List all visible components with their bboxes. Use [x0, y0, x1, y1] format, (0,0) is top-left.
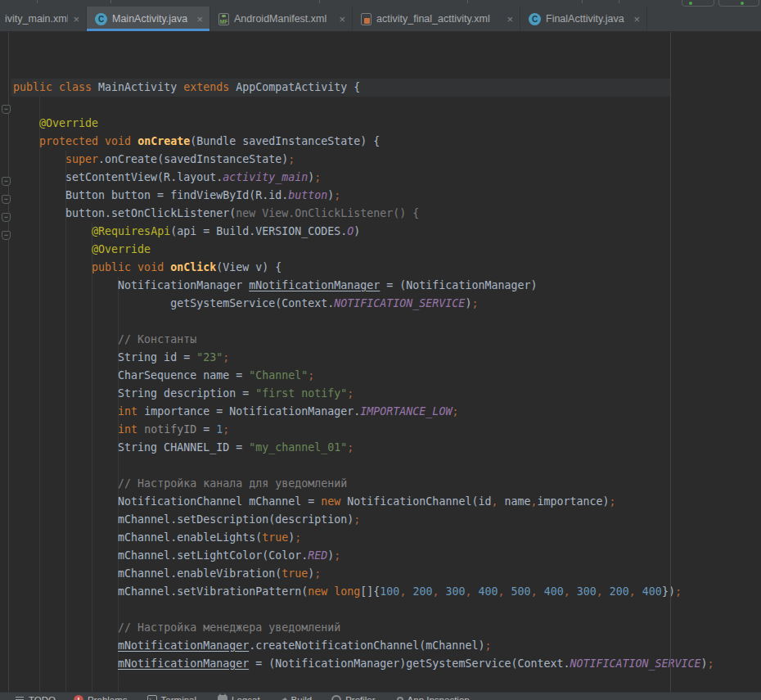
- code-text[interactable]: public class MainActivity extends AppCom…: [13, 79, 714, 700]
- tool-window-bar: TODOProblemsTerminalLogcatBuildProfilerA…: [0, 692, 761, 700]
- code-line: @Override: [13, 115, 714, 133]
- code-line: setContentView(R.layout.activity_main);: [13, 169, 714, 187]
- toolbar-button[interactable]: [682, 0, 714, 7]
- code-line: mChannel.setLightColor(Color.RED);: [13, 547, 714, 565]
- toolbar-tick: [582, 0, 583, 3]
- code-editor[interactable]: public class MainActivity extends AppCom…: [0, 32, 761, 692]
- code-line: [13, 457, 714, 475]
- toolbar-strip: [0, 0, 761, 7]
- code-line: mChannel.setVibrationPattern(new long[]{…: [13, 583, 714, 601]
- tool-window-button-logcat[interactable]: Logcat: [218, 695, 260, 700]
- code-line: @Override: [13, 241, 714, 259]
- code-line: NotificationManager mNotificationManager…: [13, 277, 714, 295]
- todo-icon: [15, 695, 25, 700]
- toolbar-button[interactable]: [718, 0, 759, 7]
- tool-window-button-app-inspection[interactable]: App Inspection: [397, 695, 470, 700]
- tool-window-label: Problems: [88, 695, 128, 700]
- code-line: // Константы: [13, 331, 714, 349]
- close-icon[interactable]: ×: [505, 14, 515, 25]
- tab-label: AndroidManifest.xml: [234, 13, 326, 25]
- tab-label: activity_final_acttivity.xml: [376, 13, 490, 25]
- code-line: CharSequence name = "Channel";: [13, 367, 714, 385]
- tab-mainactivity-java[interactable]: CMainActivity.java×: [87, 7, 210, 31]
- close-icon[interactable]: ×: [195, 14, 205, 25]
- profiler-icon: [331, 695, 341, 700]
- problems-icon: [74, 695, 83, 700]
- right-margin-guide: [670, 32, 671, 692]
- code-line: Button button = findViewById(R.id.button…: [13, 187, 714, 205]
- code-line: // Настройка менеджера уведомлений: [13, 619, 714, 637]
- tab-label: FinalActtivity.java: [546, 13, 624, 25]
- code-line: NotificationChannel mChannel = new Notif…: [13, 493, 714, 511]
- fold-icon[interactable]: −: [2, 105, 11, 114]
- code-line: // Настройка канала для уведомлений: [13, 475, 714, 493]
- toolbar-tick: [619, 0, 619, 3]
- tool-window-button-problems[interactable]: Problems: [74, 695, 128, 700]
- editor-tab-bar: ivity_main.xml×CMainActivity.java×Androi…: [0, 7, 761, 32]
- tool-window-label: Logcat: [232, 695, 260, 700]
- code-line: int importance = NotificationManager.IMP…: [13, 403, 714, 421]
- code-line: mChannel.enableVibration(true);: [13, 565, 714, 583]
- code-line: [13, 97, 714, 115]
- code-line: button.setOnClickListener(new View.OnCli…: [13, 205, 714, 223]
- java-class-icon: C: [95, 13, 107, 25]
- tool-window-label: Build: [291, 695, 313, 700]
- run-status-dot: [689, 2, 692, 5]
- close-icon[interactable]: ×: [632, 14, 642, 25]
- tool-window-label: Profiler: [345, 695, 375, 700]
- tool-window-button-todo[interactable]: TODO: [15, 695, 56, 700]
- xml-file-icon: [361, 13, 371, 25]
- code-line: @RequiresApi(api = Build.VERSION_CODES.O…: [13, 223, 714, 241]
- run-status-dot: [741, 2, 744, 5]
- code-line: int notifyID = 1;: [13, 421, 714, 439]
- tool-window-label: Terminal: [161, 695, 196, 700]
- tab-label: ivity_main.xml: [5, 13, 68, 25]
- gutter-fold-line: [8, 32, 9, 692]
- code-line: mNotificationManager = (NotificationMana…: [13, 655, 714, 673]
- toolbar-tick: [319, 0, 320, 3]
- fold-icon[interactable]: −: [2, 177, 11, 186]
- fold-icon[interactable]: −: [2, 195, 11, 204]
- fold-icon[interactable]: −: [2, 231, 11, 240]
- toolbar-tick: [37, 0, 38, 3]
- fold-icon[interactable]: −: [2, 213, 11, 222]
- code-line: public void onClick(View v) {: [13, 259, 714, 277]
- code-line: String id = "23";: [13, 349, 714, 367]
- close-icon[interactable]: ×: [71, 14, 81, 25]
- code-line: String CHANNEL_ID = "my_channel_01";: [13, 439, 714, 457]
- tool-window-button-build[interactable]: Build: [280, 695, 313, 700]
- app-inspection-icon: [397, 697, 403, 700]
- tab-androidmanifest-xml[interactable]: AndroidManifest.xml×: [210, 7, 353, 31]
- tab-ivity-main-xml[interactable]: ivity_main.xml×: [0, 7, 87, 31]
- tab-activity-final-acttivity-xml[interactable]: activity_final_acttivity.xml×: [353, 7, 520, 31]
- code-line: mChannel.enableLights(true);: [13, 529, 714, 547]
- code-line: mChannel.setDescription(description);: [13, 511, 714, 529]
- terminal-icon: [147, 695, 157, 700]
- code-line: String description = "first notify";: [13, 385, 714, 403]
- tab-label: MainActivity.java: [112, 13, 187, 25]
- code-line: super.onCreate(savedInstanceState);: [13, 151, 714, 169]
- toolbar-tick: [467, 0, 468, 3]
- toolbar-tick: [110, 0, 111, 3]
- logcat-icon: [218, 695, 227, 700]
- code-line: protected void onCreate(Bundle savedInst…: [13, 133, 714, 151]
- tool-window-button-terminal[interactable]: Terminal: [147, 695, 196, 700]
- tool-window-label: App Inspection: [408, 695, 470, 700]
- code-line: getSystemService(Context.NOTIFICATION_SE…: [13, 295, 714, 313]
- java-class-icon: C: [529, 13, 541, 25]
- tool-window-button-profiler[interactable]: Profiler: [331, 695, 375, 700]
- code-line: [13, 673, 714, 691]
- code-line: public class MainActivity extends AppCom…: [13, 79, 714, 97]
- tool-window-label: TODO: [29, 695, 56, 700]
- close-icon[interactable]: ×: [337, 14, 347, 25]
- manifest-file-icon: [218, 13, 229, 25]
- code-line: [13, 313, 714, 331]
- code-line: [13, 601, 714, 619]
- code-line: mNotificationManager.createNotificationC…: [13, 637, 714, 655]
- tab-finalacttivity-java[interactable]: CFinalActtivity.java×: [520, 7, 647, 31]
